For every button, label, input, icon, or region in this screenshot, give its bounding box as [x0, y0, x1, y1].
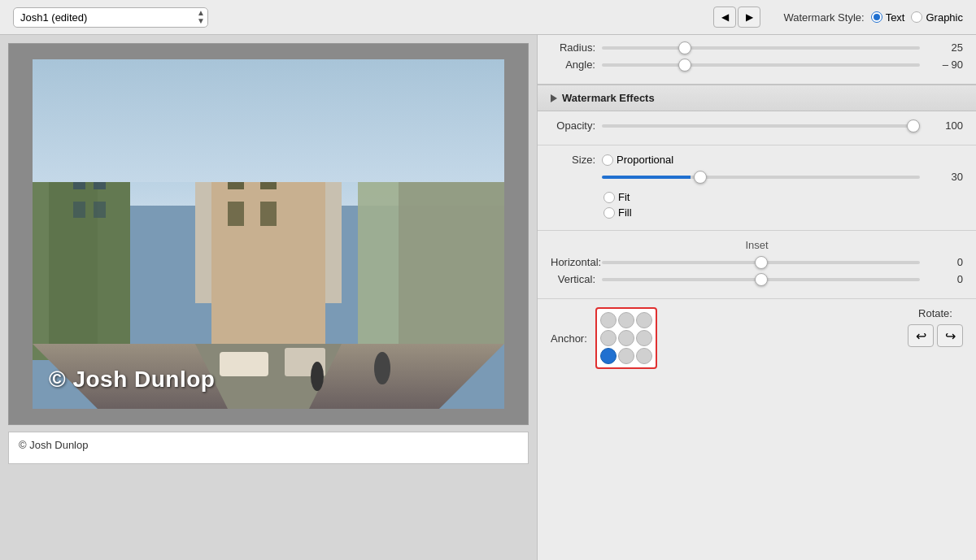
fit-radio[interactable]: Fit: [603, 191, 963, 203]
size-section: Size: Proportional 30 Fit Fill: [538, 145, 976, 231]
fill-label: Fill: [618, 206, 632, 219]
proportional-radio-circle: [602, 154, 613, 166]
anchor-label: Anchor:: [551, 332, 587, 345]
size-slider[interactable]: [602, 176, 920, 179]
inset-title: Inset: [551, 239, 963, 251]
rotate-label: Rotate:: [918, 307, 952, 319]
size-slider-row: 30: [551, 171, 963, 183]
vertical-slider[interactable]: [602, 278, 920, 281]
rotate-ccw-button[interactable]: ↩: [908, 324, 934, 347]
svg-rect-22: [228, 202, 244, 226]
right-panel: Radius: 25 Angle: – 90 Watermark Effects…: [537, 35, 976, 560]
rotate-section: Rotate: ↩ ↪: [908, 307, 963, 347]
watermark-effects-header: Watermark Effects: [538, 85, 976, 111]
anchor-dot-3[interactable]: [600, 330, 617, 346]
section-title: Watermark Effects: [562, 92, 655, 104]
text-radio-circle: [871, 11, 882, 23]
rotate-cw-button[interactable]: ↪: [937, 324, 963, 347]
main-content: © Josh Dunlop © Josh Dunlop Radius: 25 A…: [0, 35, 976, 560]
anchor-grid: [600, 312, 652, 364]
vertical-value: 0: [926, 273, 963, 285]
photo-watermark: © Josh Dunlop: [49, 367, 215, 393]
fit-label: Fit: [618, 191, 630, 203]
street-scene: © Josh Dunlop: [33, 59, 504, 409]
watermark-style-section: Watermark Style: Text Graphic: [783, 11, 963, 24]
proportional-label: Proportional: [617, 154, 673, 166]
angle-value: – 90: [926, 59, 963, 71]
fill-radio-circle: [603, 207, 615, 219]
radius-slider[interactable]: [602, 46, 920, 50]
anchor-grid-wrapper: [595, 307, 657, 369]
opacity-label: Opacity:: [551, 119, 595, 132]
angle-row: Angle: – 90: [551, 59, 963, 71]
svg-rect-19: [94, 202, 106, 218]
graphic-radio-option[interactable]: Graphic: [911, 11, 963, 24]
svg-rect-18: [73, 202, 85, 218]
file-select[interactable]: Josh1 (edited): [13, 7, 208, 28]
text-radio-option[interactable]: Text: [871, 11, 905, 24]
graphic-radio-circle: [911, 11, 922, 23]
angle-slider[interactable]: [602, 63, 920, 67]
inset-section: Inset Horizontal: 0 Vertical: 0: [538, 231, 976, 299]
anchor-dot-8[interactable]: [636, 348, 652, 364]
svg-point-15: [374, 352, 390, 384]
opacity-value: 100: [926, 119, 963, 132]
anchor-dot-6[interactable]: [600, 348, 617, 364]
size-options-col: Fit Fill: [551, 188, 963, 222]
opacity-section: Opacity: 100: [538, 111, 976, 145]
radius-value: 25: [926, 41, 963, 54]
opacity-row: Opacity: 100: [551, 119, 963, 132]
rotate-buttons: ↩ ↪: [908, 324, 963, 347]
svg-rect-12: [220, 352, 268, 376]
horizontal-value: 0: [926, 256, 963, 268]
anchor-left: Anchor:: [551, 307, 657, 369]
image-container: © Josh Dunlop: [8, 43, 529, 425]
anchor-dot-1[interactable]: [618, 312, 634, 328]
anchor-dot-0[interactable]: [600, 312, 617, 328]
graphic-radio-label: Graphic: [926, 11, 963, 24]
watermark-style-label: Watermark Style:: [783, 11, 864, 24]
caption-text: © Josh Dunlop: [19, 439, 88, 451]
radius-row: Radius: 25: [551, 41, 963, 54]
horizontal-label: Horizontal:: [551, 256, 595, 268]
fill-radio[interactable]: Fill: [603, 206, 963, 219]
anchor-section: Anchor:: [538, 299, 976, 377]
anchor-dot-2[interactable]: [636, 312, 652, 328]
size-label: Size:: [551, 154, 595, 166]
vertical-label: Vertical:: [551, 273, 595, 285]
caption-box: © Josh Dunlop: [8, 432, 529, 464]
text-radio-label: Text: [886, 11, 905, 24]
horizontal-slider[interactable]: [602, 261, 920, 264]
vertical-row: Vertical: 0: [551, 273, 963, 285]
file-select-wrapper: Josh1 (edited) ▲▼: [13, 7, 208, 28]
proportional-radio[interactable]: Proportional: [602, 154, 673, 166]
nav-buttons: ◀ ▶: [713, 7, 760, 28]
radius-label: Radius:: [551, 41, 595, 54]
section-triangle-icon: [551, 94, 557, 102]
sky-element: [33, 59, 504, 182]
horizontal-row: Horizontal: 0: [551, 256, 963, 268]
size-value: 30: [926, 171, 963, 183]
anchor-dot-5[interactable]: [636, 330, 652, 346]
svg-rect-23: [260, 202, 277, 226]
svg-point-14: [311, 362, 324, 391]
anchor-dot-7[interactable]: [618, 348, 634, 364]
angle-label: Angle:: [551, 59, 595, 71]
nav-prev-button[interactable]: ◀: [713, 7, 736, 28]
top-bar: Josh1 (edited) ▲▼ ◀ ▶ Watermark Style: T…: [0, 0, 976, 35]
nav-next-button[interactable]: ▶: [738, 7, 760, 28]
anchor-dot-4[interactable]: [618, 330, 634, 346]
top-sliders: Radius: 25 Angle: – 90: [538, 35, 976, 85]
left-panel: © Josh Dunlop © Josh Dunlop: [0, 35, 537, 560]
opacity-slider[interactable]: [602, 124, 920, 128]
fit-radio-circle: [603, 192, 615, 203]
size-proportional-row: Size: Proportional: [551, 154, 963, 166]
photo-wrapper: © Josh Dunlop: [33, 59, 504, 409]
